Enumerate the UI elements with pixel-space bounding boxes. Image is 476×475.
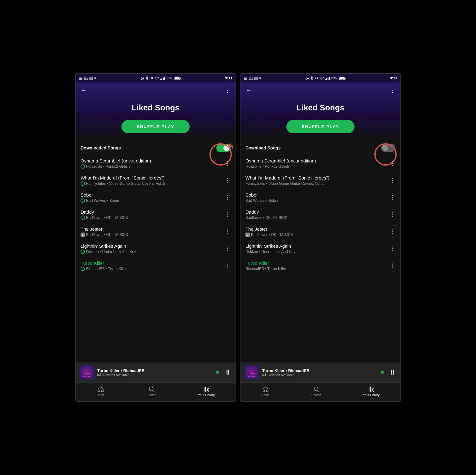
download-row: Download Songs bbox=[240, 140, 400, 155]
devices-text: Devices Available bbox=[268, 373, 294, 377]
song-item[interactable]: The JesterEBadflower • OK, I'M SICK bbox=[240, 223, 400, 240]
song-title: Daddy bbox=[245, 209, 390, 215]
pause-button[interactable]: ⏸ bbox=[389, 368, 396, 376]
song-title: The Jester bbox=[245, 226, 390, 232]
status-time: 9:11 bbox=[225, 76, 232, 80]
status-center: 83% bbox=[140, 76, 181, 80]
more-button[interactable]: ⋮ bbox=[389, 86, 395, 94]
svg-line-28 bbox=[153, 390, 154, 392]
status-center: 83% bbox=[305, 76, 346, 80]
song-item[interactable]: DaddyBadflower • OK, I'M SICK bbox=[76, 206, 236, 223]
downloaded-icon bbox=[81, 267, 85, 271]
song-more-button[interactable] bbox=[390, 177, 395, 184]
song-artist: Dokken • Under Lock And Key bbox=[86, 250, 136, 254]
pause-button[interactable]: ⏸ bbox=[224, 368, 231, 376]
song-item[interactable]: Oshama Scramble! (uncut edition)t+pazoli… bbox=[240, 155, 400, 172]
more-button[interactable]: ⋮ bbox=[224, 86, 231, 94]
battery-text: 83% bbox=[166, 76, 173, 80]
now-playing-thumbnail: TURBO KILLER bbox=[245, 366, 258, 379]
song-artist: t+pazolite • Ponko2 Girlish bbox=[245, 164, 289, 169]
song-item[interactable]: The JesterEBadflower • OK, I'M SICK bbox=[76, 223, 236, 240]
battery-icon bbox=[174, 77, 181, 80]
song-meta: Bad Wolves • Sober bbox=[245, 198, 390, 203]
status-left bbox=[244, 77, 261, 80]
song-more-button[interactable] bbox=[225, 177, 231, 184]
svg-marker-42 bbox=[315, 77, 316, 79]
now-playing-bar[interactable]: TURBO KILLER Turbo Killer • RichaadEB De… bbox=[240, 362, 400, 382]
page-title: Liked Songs bbox=[81, 103, 231, 113]
song-info: Lightnin' Strikes AgainDokken • Under Lo… bbox=[81, 243, 225, 254]
now-playing-info: Turbo Killer • RichaadEB Devices Availab… bbox=[262, 368, 377, 377]
now-playing-bar[interactable]: TURBO KILLER Turbo Killer • RichaadEB De… bbox=[76, 362, 236, 382]
song-item[interactable]: Turbo KillerRichaadEB • Turbo Killer bbox=[240, 257, 400, 274]
back-button[interactable]: ← bbox=[81, 87, 87, 94]
song-title: Oshama Scramble! (uncut edition) bbox=[81, 158, 225, 163]
song-title: Lightnin' Strikes Again bbox=[245, 243, 390, 249]
home-icon bbox=[262, 386, 269, 393]
nav-search[interactable]: Search bbox=[147, 386, 156, 397]
song-title: What I'm Made of (From "Sonic Heroes") bbox=[81, 175, 225, 180]
song-artist: Bad Wolves • Sober bbox=[245, 198, 279, 203]
status-right: 9:11 bbox=[390, 76, 397, 80]
song-artist: FamilyJules • Video Game Guitar Covers, … bbox=[245, 181, 324, 186]
bottom-nav: Home Search Your Library bbox=[240, 382, 400, 401]
song-artist: RichaadEB • Turbo Killer bbox=[86, 267, 127, 271]
song-more-button[interactable] bbox=[390, 245, 395, 252]
screen-left: 83% 9:11 ← ⋮ Liked Songs SHUFFLE PLAY Do… bbox=[75, 73, 236, 402]
song-item[interactable]: Turbo KillerRichaadEB • Turbo Killer bbox=[76, 257, 236, 274]
song-info: Turbo KillerRichaadEB • Turbo Killer bbox=[81, 260, 225, 271]
search-icon bbox=[313, 386, 320, 393]
song-info: The JesterEBadflower • OK, I'M SICK bbox=[81, 226, 225, 237]
song-more-button[interactable] bbox=[225, 211, 231, 218]
song-more-button[interactable] bbox=[390, 262, 395, 269]
song-list: Oshama Scramble! (uncut edition)t+pazoli… bbox=[76, 155, 236, 274]
song-more-button[interactable] bbox=[225, 245, 231, 252]
song-meta: Dokken • Under Lock And Key bbox=[245, 250, 390, 254]
song-item[interactable]: SoberBad Wolves • Sober bbox=[76, 189, 236, 206]
cloud-icon bbox=[79, 77, 83, 80]
camera-icon bbox=[254, 77, 258, 80]
bottom-nav: Home Search Your Library bbox=[76, 382, 236, 401]
song-more-button[interactable] bbox=[390, 160, 395, 167]
shuffle-play-button[interactable]: SHUFFLE PLAY bbox=[286, 120, 355, 133]
svg-rect-48 bbox=[328, 78, 328, 80]
toggle-thumb bbox=[223, 145, 230, 151]
song-more-button[interactable] bbox=[225, 194, 231, 201]
screen-right: 83% 9:11 ← ⋮ Liked Songs SHUFFLE PLAY Do… bbox=[240, 73, 401, 402]
downloaded-icon bbox=[81, 181, 85, 186]
svg-text:TURBO: TURBO bbox=[247, 372, 256, 375]
song-meta: t+pazolite • Ponko2 Girlish bbox=[245, 164, 390, 169]
song-meta: RichaadEB • Turbo Killer bbox=[245, 267, 390, 271]
nav-library[interactable]: Your Library bbox=[198, 386, 215, 397]
song-item[interactable]: What I'm Made of (From "Sonic Heroes")Fa… bbox=[76, 172, 236, 189]
nav-home[interactable]: Home bbox=[96, 386, 105, 397]
song-more-button[interactable] bbox=[225, 262, 231, 269]
song-item[interactable]: Oshama Scramble! (uncut edition)t+pazoli… bbox=[76, 155, 236, 172]
song-meta: EBadflower • OK, I'M SICK bbox=[245, 233, 390, 237]
downloaded-icon bbox=[81, 164, 85, 169]
like-button[interactable]: ♥ bbox=[215, 368, 219, 376]
nav-search[interactable]: Search bbox=[311, 386, 321, 397]
song-item[interactable]: DaddyBadflower • OK, I'M SICK bbox=[240, 206, 400, 223]
song-more-button[interactable] bbox=[225, 160, 231, 167]
back-button[interactable]: ← bbox=[245, 87, 252, 94]
song-item[interactable]: What I'm Made of (From "Sonic Heroes")Fa… bbox=[240, 172, 400, 189]
song-info: What I'm Made of (From "Sonic Heroes")Fa… bbox=[81, 175, 225, 186]
song-title: Oshama Scramble! (uncut edition) bbox=[245, 158, 390, 163]
song-item[interactable]: Lightnin' Strikes AgainDokken • Under Lo… bbox=[76, 240, 236, 257]
song-item[interactable]: SoberBad Wolves • Sober bbox=[240, 189, 400, 206]
song-more-button[interactable] bbox=[390, 194, 395, 201]
song-more-button[interactable] bbox=[390, 211, 395, 218]
download-toggle[interactable] bbox=[216, 144, 231, 152]
svg-marker-9 bbox=[151, 77, 152, 79]
nav-library[interactable]: Your Library bbox=[363, 386, 380, 397]
shuffle-play-button[interactable]: SHUFFLE PLAY bbox=[121, 120, 190, 133]
song-more-button[interactable] bbox=[225, 228, 231, 235]
song-item[interactable]: Lightnin' Strikes AgainDokken • Under Lo… bbox=[240, 240, 400, 257]
download-toggle[interactable] bbox=[381, 144, 395, 152]
song-more-button[interactable] bbox=[390, 228, 395, 235]
nav-home[interactable]: Home bbox=[261, 386, 270, 397]
like-button[interactable]: ♥ bbox=[380, 368, 384, 376]
song-meta: FamilyJules • Video Game Guitar Covers, … bbox=[245, 181, 390, 186]
svg-rect-19 bbox=[180, 78, 181, 79]
